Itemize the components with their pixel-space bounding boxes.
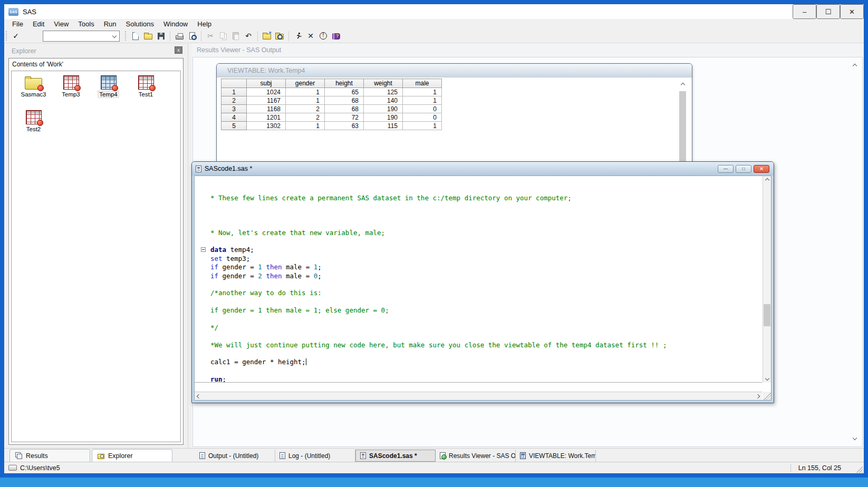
column-header-male[interactable]: male	[403, 79, 442, 88]
table-cell[interactable]: 1	[403, 122, 442, 130]
editor-scroll-left-button[interactable]	[195, 392, 203, 401]
table-cell[interactable]: 190	[364, 105, 403, 113]
menu-item-window[interactable]: Window	[159, 20, 192, 28]
editor-vscrollbar-thumb[interactable]	[764, 304, 770, 326]
explorer-item-test2[interactable]: Test2	[15, 110, 52, 145]
undo-icon[interactable]: ↶	[242, 30, 255, 42]
table-row: 513021631151	[221, 122, 442, 130]
results-viewer-scroll-up-button[interactable]	[850, 61, 860, 71]
editor-scroll-up-button[interactable]	[763, 176, 771, 184]
fold-toggle-icon[interactable]	[201, 247, 206, 252]
editor-scroll-right-button[interactable]	[754, 392, 762, 401]
table-cell[interactable]: 68	[325, 96, 364, 105]
menu-item-solutions[interactable]: Solutions	[121, 20, 159, 28]
print-preview-icon[interactable]	[186, 30, 198, 42]
viewtable-titlebar[interactable]: VIEWTABLE: Work.Temp4	[217, 64, 692, 77]
table-cell[interactable]: 2	[286, 113, 325, 122]
editor-vscrollbar[interactable]	[763, 176, 771, 383]
column-header-gender[interactable]: gender	[286, 79, 325, 88]
table-cell[interactable]: 2	[286, 105, 325, 113]
menu-item-help[interactable]: Help	[192, 20, 216, 28]
break-icon[interactable]	[317, 30, 330, 42]
window-tab-viewtable[interactable]: VIEWTABLE: Work.Temp4	[516, 450, 596, 462]
chevron-down-icon[interactable]	[112, 34, 117, 38]
table-cell[interactable]: 125	[364, 88, 403, 96]
viewtable-corner-cell[interactable]	[221, 79, 247, 88]
menu-item-tools[interactable]: Tools	[73, 20, 99, 28]
table-cell[interactable]: 1024	[247, 88, 286, 96]
command-submit-check-button[interactable]: ✓	[10, 31, 22, 41]
clear-all-icon[interactable]: ✕	[304, 30, 317, 42]
window-tab-results[interactable]: Results Viewer - SAS Ou...	[436, 450, 516, 462]
table-cell[interactable]: 1	[286, 88, 325, 96]
toolbar-drag-handle-2[interactable]	[125, 31, 127, 41]
new-file-icon[interactable]	[129, 30, 142, 42]
command-combobox[interactable]	[43, 31, 120, 42]
table-cell[interactable]: 72	[325, 113, 364, 122]
table-cell[interactable]: 65	[325, 88, 364, 96]
side-tab-explorer[interactable]: Explorer	[92, 449, 172, 462]
row-header[interactable]: 2	[221, 96, 247, 105]
window-tab-output[interactable]: Output - (Untitled)	[195, 450, 275, 462]
editor-resize-grip[interactable]	[763, 392, 771, 400]
window-tab-log[interactable]: Log - (Untitled)	[275, 450, 355, 462]
save-icon[interactable]	[155, 30, 167, 42]
minimize-button[interactable]: –	[793, 4, 816, 19]
editor-close-button[interactable]: ✕	[754, 165, 769, 173]
table-cell[interactable]: 0	[403, 105, 442, 113]
menu-item-run[interactable]: Run	[99, 20, 121, 28]
column-header-subj[interactable]: subj	[247, 79, 286, 88]
toolbar-drag-handle[interactable]	[6, 31, 8, 41]
viewtable-scroll-up-button[interactable]	[679, 81, 687, 89]
table-cell[interactable]: 1302	[247, 122, 286, 130]
table-cell[interactable]: 1	[403, 88, 442, 96]
resize-grip-icon[interactable]	[856, 466, 863, 473]
table-row: 110241651251	[221, 88, 442, 96]
submit-icon[interactable]	[292, 30, 304, 42]
table-cell[interactable]: 1	[286, 96, 325, 105]
table-cell[interactable]: 1201	[247, 113, 286, 122]
menu-item-view[interactable]: View	[49, 20, 73, 28]
column-header-height[interactable]: height	[325, 79, 364, 88]
row-header[interactable]: 1	[221, 88, 247, 96]
table-cell[interactable]: 1167	[247, 96, 286, 105]
explorer-item-temp3[interactable]: Temp3	[52, 75, 90, 110]
help-icon[interactable]	[330, 30, 342, 42]
table-cell[interactable]: 115	[364, 122, 403, 130]
table-cell[interactable]: 68	[325, 105, 364, 113]
editor-maximize-button[interactable]: □	[736, 165, 751, 173]
explorer-item-test1[interactable]: Test1	[127, 75, 165, 110]
maximize-button[interactable]: ☐	[816, 4, 840, 19]
print-icon[interactable]	[173, 30, 186, 42]
new-library-icon[interactable]	[261, 30, 273, 42]
explorer-close-button[interactable]: x	[175, 46, 182, 54]
column-header-weight[interactable]: weight	[364, 79, 403, 88]
results-viewer-scroll-down-button[interactable]	[850, 433, 860, 443]
table-cell[interactable]: 63	[325, 122, 364, 130]
table-cell[interactable]: 1	[403, 96, 442, 105]
explorer-item-temp4[interactable]: Temp4	[90, 75, 127, 110]
table-cell[interactable]: 1	[286, 122, 325, 130]
editor-hscrollbar[interactable]	[195, 392, 762, 400]
code-editor[interactable]: * These few lines create a permanent SAS…	[195, 176, 762, 383]
table-cell[interactable]: 140	[364, 96, 403, 105]
row-header[interactable]: 4	[221, 113, 247, 122]
editor-minimize-button[interactable]: —	[718, 165, 734, 173]
viewtable-scrollbar-track[interactable]	[679, 91, 686, 169]
window-tab-editor[interactable]: SAScode1.sas *	[355, 450, 436, 462]
side-tab-results[interactable]: Results	[9, 449, 90, 462]
row-header[interactable]: 5	[221, 122, 247, 130]
table-cell[interactable]: 1168	[247, 105, 286, 113]
viewtable-scrollbar[interactable]	[679, 80, 687, 169]
explorer-item-sasmac3[interactable]: Sasmac3	[15, 75, 52, 110]
row-header[interactable]: 3	[221, 105, 247, 113]
menu-item-edit[interactable]: Edit	[28, 20, 49, 28]
table-cell[interactable]: 190	[364, 113, 403, 122]
sas-explorer-icon[interactable]	[273, 30, 286, 42]
editor-titlebar[interactable]: SAScode1.sas * — □ ✕	[192, 162, 774, 176]
menu-item-file[interactable]: File	[7, 20, 28, 28]
close-button[interactable]: ✕	[840, 4, 864, 19]
editor-scroll-down-button[interactable]	[763, 374, 771, 383]
open-file-icon[interactable]	[142, 30, 155, 42]
table-cell[interactable]: 0	[403, 113, 442, 122]
